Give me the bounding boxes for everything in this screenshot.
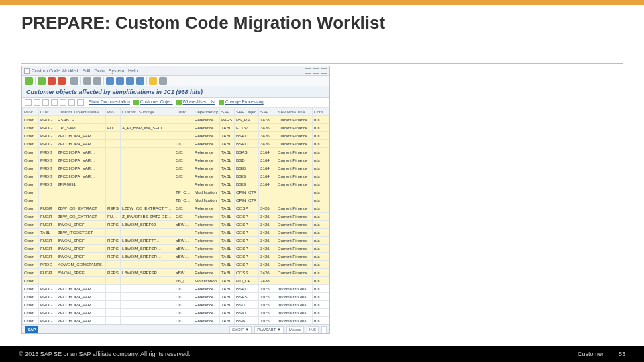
table-cell: 3164	[259, 156, 276, 164]
table-cell: BWOM_SREF	[56, 269, 106, 277]
table-row[interactable]: OpenFUGRBWOM_SREFREPSLBWOM_SREF02aBWOMRe…	[23, 221, 330, 229]
menu-item[interactable]: Help	[128, 68, 138, 73]
column-header[interactable]: Processing Status	[23, 108, 39, 116]
enter-icon[interactable]	[25, 77, 33, 85]
table-row[interactable]: OpenPROG2FIR0091ReferenceTABLBSIS3164Cur…	[23, 180, 330, 188]
table-row[interactable]: OpenPROGZFCDHOPA_VAR…D/CReferenceTABLBSA…	[23, 293, 330, 301]
column-header[interactable]: SAP	[220, 108, 235, 116]
menu-item[interactable]: System	[109, 68, 124, 73]
table-row[interactable]: OpenPROGZFCDHOPA_VAR…D/CReferenceTABLBSA…	[23, 148, 330, 156]
column-header[interactable]: Dependency	[193, 108, 220, 116]
exit-icon[interactable]	[48, 77, 56, 85]
menu-item[interactable]: Custom Code Worklist	[32, 68, 78, 73]
table-row[interactable]: OpenTP_CFIN_CNModificationTABLCFIN_CTRn/…	[23, 188, 330, 196]
table-row[interactable]: OpenPROGZFCDHOPA_VAR…D/CReferenceTABLBSI…	[23, 172, 330, 180]
status-system[interactable]: SYCIF ▼	[229, 326, 252, 333]
export-icon[interactable]	[68, 99, 75, 106]
table-cell	[121, 164, 174, 172]
table-row[interactable]: OpenPROGCPI_SAPIFUNCA_FI_HBP_MA_SELTRefe…	[23, 124, 330, 132]
last-page-icon[interactable]	[136, 77, 144, 85]
table-cell: PROG	[39, 116, 56, 124]
table-row[interactable]: OpenTB_CFIN_CNModificationTABLMD_CER…243…	[23, 277, 330, 285]
table-cell: n/a	[313, 172, 330, 180]
details-icon[interactable]	[25, 99, 32, 106]
close-button[interactable]	[321, 68, 327, 74]
alv-link[interactable]: Where-Used List	[176, 99, 215, 105]
sort-desc-icon[interactable]	[42, 99, 49, 106]
table-row[interactable]: OpenFUGRBWOM_SREFREPSLBWOM_SREFSR…aBWOMR…	[23, 253, 330, 261]
filter-icon[interactable]	[51, 99, 58, 106]
table-cell: n/a	[313, 229, 330, 237]
column-header[interactable]: Custom. Pack.	[174, 108, 193, 116]
table-row[interactable]: OpenTABLZBW_ITCOSTCSTReferenceTABLCOSP34…	[23, 229, 330, 237]
column-header[interactable]: SAP Objec	[235, 108, 259, 116]
column-header[interactable]: Consisten. Pa	[313, 108, 330, 116]
first-page-icon[interactable]	[106, 77, 114, 85]
back-icon[interactable]	[38, 77, 46, 85]
table-cell: TABL	[220, 317, 235, 325]
table-row[interactable]: OpenPROGZFCDHOPA_VAR…D/CReferenceTABLBSA…	[23, 140, 330, 148]
column-header[interactable]: Proce Code	[106, 108, 121, 116]
table-row[interactable]: OpenFUGRBWOM_SREFREPSLBWOM_SREFTR…aBWOMR…	[23, 237, 330, 245]
column-header[interactable]: Custom. Object Type	[39, 108, 56, 116]
sap-gui-window: Custom Code WorklistEditGotoSystemHelp	[21, 66, 330, 334]
alv-link[interactable]: Customer Object	[133, 99, 173, 105]
table-cell: 1975485	[259, 285, 276, 293]
table-cell: Open	[23, 261, 39, 269]
layout-settings-icon[interactable]	[77, 99, 84, 106]
table-cell: Reference	[193, 269, 220, 277]
table-row[interactable]: OpenFUGRZBW_CO_EXTRACTREPSLZBW_CO_EXTRAC…	[23, 204, 330, 213]
prev-page-icon[interactable]	[116, 77, 124, 85]
table-cell: LBWOM_SREF02	[121, 221, 174, 229]
cancel-icon[interactable]	[58, 77, 66, 85]
maximize-button[interactable]	[313, 68, 319, 74]
table-row[interactable]: OpenFUGRZBW_CO_EXTRACTFUNCZ_BW/DFI BS SM…	[23, 213, 330, 221]
table-cell: TABL	[220, 172, 235, 180]
table-cell	[121, 148, 174, 156]
table-row[interactable]: OpenPROGZFCDHOPA_VAR…D/CReferenceTABLBSD…	[23, 156, 330, 164]
table-row[interactable]: OpenPROGRSABTPReferencePARSPS_RAMFT1478C…	[23, 116, 330, 124]
table-row[interactable]: OpenPROGZFCDHOPA_VAR…D/CReferenceTABLBSD…	[23, 301, 330, 309]
column-header[interactable]: SAP Note Title	[276, 108, 313, 116]
table-row[interactable]: OpenPROGZFCDHOPA_VAR…D/CReferenceTABLBSI…	[23, 309, 330, 317]
menu-item[interactable]: Goto	[95, 68, 105, 73]
table-cell: 3426	[259, 237, 276, 245]
table-cell: A_FI_HBP_MA_SELT	[121, 124, 174, 132]
find-icon[interactable]	[83, 77, 91, 85]
column-header[interactable]: Custom. Subobje	[121, 108, 174, 116]
alv-link[interactable]: Change Processing	[219, 99, 264, 105]
column-header[interactable]: SAP Note	[259, 108, 276, 116]
worklist-grid[interactable]: Processing StatusCustom. Object TypeCust…	[22, 107, 329, 324]
table-row[interactable]: OpenPROGZFCDHOPA_VAR…ReferenceTABLBSAC34…	[23, 132, 330, 140]
table-row[interactable]: OpenFUGRBWOM_SREFREPSLBWOM_SREFSR…aBWOMR…	[23, 245, 330, 253]
find-next-icon[interactable]	[93, 77, 101, 85]
table-cell	[121, 317, 174, 325]
help-icon[interactable]	[149, 77, 157, 85]
table-cell: BSIK	[235, 317, 259, 325]
table-cell: BWOM_SREF	[56, 253, 106, 261]
column-header[interactable]: Custom. Object Name	[56, 108, 106, 116]
print-icon[interactable]	[70, 77, 78, 85]
table-row[interactable]: OpenPROGZFCDHOPA_VAR…D/CReferenceTABLBSI…	[23, 317, 330, 325]
system-menu-icon[interactable]	[24, 68, 30, 74]
table-cell: Current Finance	[276, 245, 313, 253]
table-cell: Current Finance	[276, 180, 313, 188]
table-row[interactable]: OpenPROGZFCDHOPA_VAR…D/CReferenceTABLBSA…	[23, 285, 330, 293]
next-page-icon[interactable]	[126, 77, 134, 85]
sort-asc-icon[interactable]	[34, 99, 40, 106]
table-cell	[174, 180, 193, 188]
menu-item[interactable]: Edit	[83, 68, 91, 73]
table-cell: Current Finance	[276, 164, 313, 172]
layout-icon[interactable]	[159, 77, 167, 85]
table-row[interactable]: OpenFUGRBWOM_SREFREPSLBWOM_SREFSR…aBWOMR…	[23, 269, 330, 277]
table-row[interactable]: OpenTB_CFIN_CNModificationTABLCFIN_CTRn/…	[23, 196, 330, 204]
alv-link[interactable]: Show Documentation	[89, 99, 130, 105]
table-row[interactable]: OpenPROGZFCDHOPA_VAR…D/CReferenceTABLBSI…	[23, 164, 330, 172]
table-cell: BSIS	[235, 172, 259, 180]
minimize-button[interactable]	[305, 68, 311, 74]
status-client[interactable]: PLWSABT ▼	[254, 326, 284, 333]
table-cell: LBWOM_SREFSR…	[121, 253, 174, 261]
table-row[interactable]: OpenPROGKOWOM_CONSTANTSReferenceTABLCOSP…	[23, 261, 330, 269]
table-cell: Reference	[193, 124, 220, 132]
sum-icon[interactable]	[60, 99, 66, 106]
